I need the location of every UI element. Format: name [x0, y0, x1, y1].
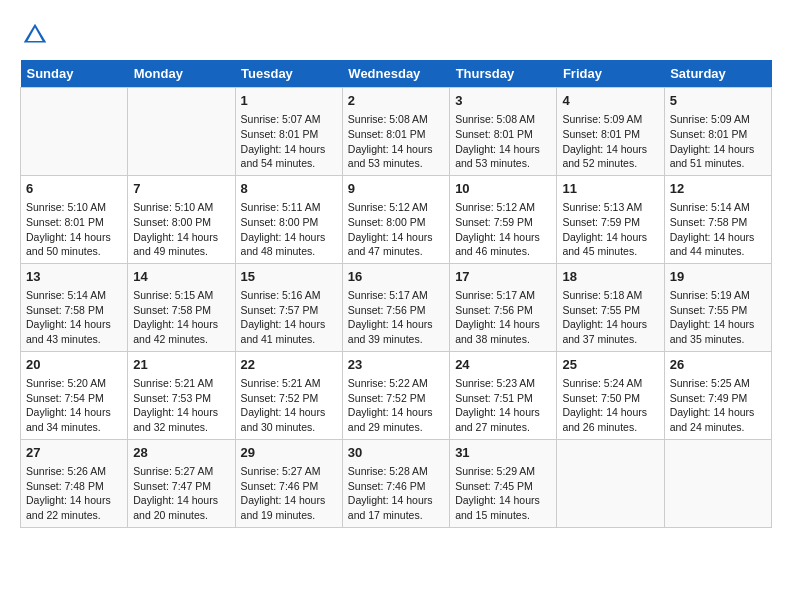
- day-number: 31: [455, 444, 551, 462]
- day-info: Sunrise: 5:08 AM Sunset: 8:01 PM Dayligh…: [455, 112, 551, 171]
- weekday-wednesday: Wednesday: [342, 60, 449, 88]
- day-number: 24: [455, 356, 551, 374]
- day-info: Sunrise: 5:17 AM Sunset: 7:56 PM Dayligh…: [348, 288, 444, 347]
- weekday-monday: Monday: [128, 60, 235, 88]
- day-info: Sunrise: 5:22 AM Sunset: 7:52 PM Dayligh…: [348, 376, 444, 435]
- day-number: 28: [133, 444, 229, 462]
- calendar-cell: 6Sunrise: 5:10 AM Sunset: 8:01 PM Daylig…: [21, 175, 128, 263]
- day-info: Sunrise: 5:12 AM Sunset: 7:59 PM Dayligh…: [455, 200, 551, 259]
- calendar-cell: 4Sunrise: 5:09 AM Sunset: 8:01 PM Daylig…: [557, 88, 664, 176]
- day-number: 14: [133, 268, 229, 286]
- calendar-cell: 3Sunrise: 5:08 AM Sunset: 8:01 PM Daylig…: [450, 88, 557, 176]
- day-number: 11: [562, 180, 658, 198]
- day-number: 5: [670, 92, 766, 110]
- calendar-cell: 7Sunrise: 5:10 AM Sunset: 8:00 PM Daylig…: [128, 175, 235, 263]
- day-info: Sunrise: 5:19 AM Sunset: 7:55 PM Dayligh…: [670, 288, 766, 347]
- calendar-cell: 21Sunrise: 5:21 AM Sunset: 7:53 PM Dayli…: [128, 351, 235, 439]
- calendar-header: SundayMondayTuesdayWednesdayThursdayFrid…: [21, 60, 772, 88]
- day-info: Sunrise: 5:09 AM Sunset: 8:01 PM Dayligh…: [562, 112, 658, 171]
- weekday-sunday: Sunday: [21, 60, 128, 88]
- calendar-cell: 29Sunrise: 5:27 AM Sunset: 7:46 PM Dayli…: [235, 439, 342, 527]
- calendar-cell: 10Sunrise: 5:12 AM Sunset: 7:59 PM Dayli…: [450, 175, 557, 263]
- calendar-cell: 5Sunrise: 5:09 AM Sunset: 8:01 PM Daylig…: [664, 88, 771, 176]
- calendar-cell: [21, 88, 128, 176]
- calendar-cell: [557, 439, 664, 527]
- day-number: 25: [562, 356, 658, 374]
- day-number: 29: [241, 444, 337, 462]
- day-number: 13: [26, 268, 122, 286]
- day-info: Sunrise: 5:08 AM Sunset: 8:01 PM Dayligh…: [348, 112, 444, 171]
- day-info: Sunrise: 5:24 AM Sunset: 7:50 PM Dayligh…: [562, 376, 658, 435]
- day-info: Sunrise: 5:27 AM Sunset: 7:47 PM Dayligh…: [133, 464, 229, 523]
- logo: [20, 20, 54, 50]
- day-number: 9: [348, 180, 444, 198]
- calendar-cell: 12Sunrise: 5:14 AM Sunset: 7:58 PM Dayli…: [664, 175, 771, 263]
- day-info: Sunrise: 5:10 AM Sunset: 8:01 PM Dayligh…: [26, 200, 122, 259]
- day-info: Sunrise: 5:27 AM Sunset: 7:46 PM Dayligh…: [241, 464, 337, 523]
- day-info: Sunrise: 5:28 AM Sunset: 7:46 PM Dayligh…: [348, 464, 444, 523]
- calendar-week-1: 1Sunrise: 5:07 AM Sunset: 8:01 PM Daylig…: [21, 88, 772, 176]
- calendar-cell: 23Sunrise: 5:22 AM Sunset: 7:52 PM Dayli…: [342, 351, 449, 439]
- calendar-week-3: 13Sunrise: 5:14 AM Sunset: 7:58 PM Dayli…: [21, 263, 772, 351]
- calendar-cell: [664, 439, 771, 527]
- day-number: 27: [26, 444, 122, 462]
- day-info: Sunrise: 5:26 AM Sunset: 7:48 PM Dayligh…: [26, 464, 122, 523]
- calendar-cell: 31Sunrise: 5:29 AM Sunset: 7:45 PM Dayli…: [450, 439, 557, 527]
- day-info: Sunrise: 5:16 AM Sunset: 7:57 PM Dayligh…: [241, 288, 337, 347]
- calendar-cell: 15Sunrise: 5:16 AM Sunset: 7:57 PM Dayli…: [235, 263, 342, 351]
- day-info: Sunrise: 5:21 AM Sunset: 7:53 PM Dayligh…: [133, 376, 229, 435]
- calendar-cell: 16Sunrise: 5:17 AM Sunset: 7:56 PM Dayli…: [342, 263, 449, 351]
- day-info: Sunrise: 5:18 AM Sunset: 7:55 PM Dayligh…: [562, 288, 658, 347]
- day-number: 2: [348, 92, 444, 110]
- day-info: Sunrise: 5:15 AM Sunset: 7:58 PM Dayligh…: [133, 288, 229, 347]
- calendar-cell: 22Sunrise: 5:21 AM Sunset: 7:52 PM Dayli…: [235, 351, 342, 439]
- day-info: Sunrise: 5:14 AM Sunset: 7:58 PM Dayligh…: [670, 200, 766, 259]
- calendar-body: 1Sunrise: 5:07 AM Sunset: 8:01 PM Daylig…: [21, 88, 772, 528]
- calendar-cell: 28Sunrise: 5:27 AM Sunset: 7:47 PM Dayli…: [128, 439, 235, 527]
- calendar-cell: 2Sunrise: 5:08 AM Sunset: 8:01 PM Daylig…: [342, 88, 449, 176]
- day-number: 20: [26, 356, 122, 374]
- calendar-cell: 24Sunrise: 5:23 AM Sunset: 7:51 PM Dayli…: [450, 351, 557, 439]
- calendar-cell: 8Sunrise: 5:11 AM Sunset: 8:00 PM Daylig…: [235, 175, 342, 263]
- day-number: 23: [348, 356, 444, 374]
- day-number: 19: [670, 268, 766, 286]
- day-number: 16: [348, 268, 444, 286]
- calendar-cell: 13Sunrise: 5:14 AM Sunset: 7:58 PM Dayli…: [21, 263, 128, 351]
- day-number: 26: [670, 356, 766, 374]
- day-info: Sunrise: 5:12 AM Sunset: 8:00 PM Dayligh…: [348, 200, 444, 259]
- day-number: 3: [455, 92, 551, 110]
- day-info: Sunrise: 5:21 AM Sunset: 7:52 PM Dayligh…: [241, 376, 337, 435]
- day-info: Sunrise: 5:20 AM Sunset: 7:54 PM Dayligh…: [26, 376, 122, 435]
- calendar-cell: 19Sunrise: 5:19 AM Sunset: 7:55 PM Dayli…: [664, 263, 771, 351]
- day-number: 22: [241, 356, 337, 374]
- day-number: 6: [26, 180, 122, 198]
- day-info: Sunrise: 5:13 AM Sunset: 7:59 PM Dayligh…: [562, 200, 658, 259]
- calendar-cell: 18Sunrise: 5:18 AM Sunset: 7:55 PM Dayli…: [557, 263, 664, 351]
- calendar-cell: 26Sunrise: 5:25 AM Sunset: 7:49 PM Dayli…: [664, 351, 771, 439]
- day-number: 10: [455, 180, 551, 198]
- logo-icon: [20, 20, 50, 50]
- calendar-week-5: 27Sunrise: 5:26 AM Sunset: 7:48 PM Dayli…: [21, 439, 772, 527]
- day-number: 4: [562, 92, 658, 110]
- day-number: 1: [241, 92, 337, 110]
- calendar-week-4: 20Sunrise: 5:20 AM Sunset: 7:54 PM Dayli…: [21, 351, 772, 439]
- day-info: Sunrise: 5:14 AM Sunset: 7:58 PM Dayligh…: [26, 288, 122, 347]
- day-info: Sunrise: 5:10 AM Sunset: 8:00 PM Dayligh…: [133, 200, 229, 259]
- day-info: Sunrise: 5:29 AM Sunset: 7:45 PM Dayligh…: [455, 464, 551, 523]
- weekday-thursday: Thursday: [450, 60, 557, 88]
- day-number: 12: [670, 180, 766, 198]
- calendar-cell: 27Sunrise: 5:26 AM Sunset: 7:48 PM Dayli…: [21, 439, 128, 527]
- day-info: Sunrise: 5:23 AM Sunset: 7:51 PM Dayligh…: [455, 376, 551, 435]
- day-info: Sunrise: 5:07 AM Sunset: 8:01 PM Dayligh…: [241, 112, 337, 171]
- calendar-cell: 17Sunrise: 5:17 AM Sunset: 7:56 PM Dayli…: [450, 263, 557, 351]
- calendar-cell: 30Sunrise: 5:28 AM Sunset: 7:46 PM Dayli…: [342, 439, 449, 527]
- day-info: Sunrise: 5:09 AM Sunset: 8:01 PM Dayligh…: [670, 112, 766, 171]
- day-number: 15: [241, 268, 337, 286]
- weekday-tuesday: Tuesday: [235, 60, 342, 88]
- day-info: Sunrise: 5:25 AM Sunset: 7:49 PM Dayligh…: [670, 376, 766, 435]
- day-number: 8: [241, 180, 337, 198]
- calendar-cell: [128, 88, 235, 176]
- day-number: 7: [133, 180, 229, 198]
- day-info: Sunrise: 5:17 AM Sunset: 7:56 PM Dayligh…: [455, 288, 551, 347]
- weekday-row: SundayMondayTuesdayWednesdayThursdayFrid…: [21, 60, 772, 88]
